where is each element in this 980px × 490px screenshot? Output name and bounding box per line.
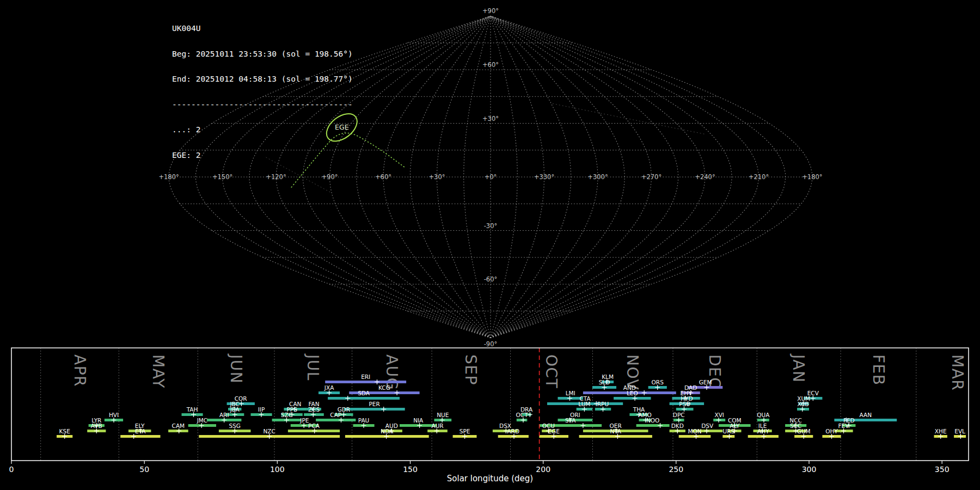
skymap-lon-label: +240° [695,173,715,181]
shower-label: SPE [460,428,470,434]
shower-label: DKD [671,422,684,429]
shower-label: XVI [714,412,724,418]
shower-label: ARD [507,428,519,434]
shower-label: DSV [701,422,714,429]
shower-label: DPC [673,412,685,418]
shower-bar [316,419,356,421]
month-label: JUN [227,353,245,384]
shower-peak-marker [94,428,99,433]
shower-label: NUE [437,412,449,418]
x-tick-label: 150 [403,465,418,474]
shower-peak-marker [311,412,316,417]
shower-label: NTA [610,428,621,434]
shower-label: PAU [358,417,370,424]
shower-label: CAP [330,412,341,418]
shower-peak-marker [327,390,332,395]
shower-bar [344,408,405,411]
shower-peak-marker [958,434,963,439]
activity-timeline: APRMAYJUNJULAUGSEPOCTNOVDECJANFEBMARERIK… [9,348,969,483]
shower-peak-marker [811,396,816,401]
skymap-lon-label: +0° [485,173,497,181]
shower-peak-marker [232,428,237,433]
shower-peak-marker [267,434,272,439]
x-tick-label: 0 [9,465,14,474]
begin-time-line: Beg: 20251011 23:53:30 (sol = 198.56°) [172,50,353,59]
x-tick-label: 250 [669,465,683,474]
shower-peak-marker [339,418,344,422]
shower-label: JXA [324,384,334,391]
shower-label: IIP [258,406,265,413]
shower-peak-marker [658,423,663,428]
shower-peak-marker [417,423,422,428]
shower-peak-marker [62,434,67,439]
shower-peak-marker [259,412,264,417]
shower-peak-marker [284,418,289,422]
skymap-lat-label: +60° [482,61,499,69]
skymap-lat-label: +30° [482,115,499,122]
shower-label: LEO [627,390,638,396]
shower-peak-marker [191,412,196,417]
shower-peak-marker [727,434,732,439]
shower-label: XCB [798,401,809,407]
month-label: FEB [869,354,887,386]
shower-peak-marker [131,434,136,439]
shower-bar [325,381,406,383]
shower-peak-marker [512,434,517,439]
shower-label: PSU [679,401,690,407]
shower-label: JPE [299,417,309,424]
skymap-lon-label: +270° [641,173,661,181]
shower-peak-marker [642,390,647,395]
x-tick-label: 300 [802,465,817,474]
shower-peak-marker [694,434,699,439]
skymap-lon-label: +180° [802,173,822,181]
shower-peak-marker [199,423,204,428]
radiant-and-activity-chart: EGE+180°+150°+120°+90°+60°+30°+0°+330°+3… [0,0,980,490]
shower-label: AUR [432,422,444,429]
shower-peak-marker [801,434,806,439]
shower-peak-marker [341,412,346,417]
shower-peak-marker [395,390,400,395]
shower-label: SLD [599,379,610,385]
skymap-lon-label: +30° [428,173,445,181]
shower-peak-marker [675,428,680,433]
skymap-lat-label: +90° [482,7,499,15]
shower-label: NZC [264,428,275,434]
shower-label: GEM [699,379,712,385]
shower-peak-marker [302,423,307,428]
shower-peak-marker [601,407,605,412]
shower-label: NOO [646,417,659,424]
shower-peak-marker [176,428,181,433]
shower-label: ERI [361,373,370,380]
skymap-lat-label: -90° [484,340,498,348]
observation-info: UK004U Beg: 20251011 23:53:30 (sol = 198… [172,8,353,176]
shower-peak-marker [633,396,638,401]
month-label: SEP [462,354,480,385]
shower-peak-marker [239,401,244,406]
shower-peak-marker [615,434,620,439]
shower-label: NDA [381,428,394,434]
skymap-lon-label: +210° [749,173,769,181]
shower-label: ARI [219,412,229,418]
count-sporadic-line: ...: 2 [172,126,353,134]
shower-label: JEA [230,406,240,413]
shower-peak-marker [762,418,767,422]
shower-peak-marker [345,396,350,401]
shower-label: STA [565,417,576,424]
shower-label: GUM [797,428,811,434]
shower-peak-marker [552,434,556,439]
station-id: UK004U [172,24,353,33]
shower-peak-marker [580,423,585,428]
shower-label: MON [688,428,701,434]
shower-label: ETA [135,428,146,434]
skymap-lat-label: -30° [484,222,498,230]
shower-label: EVL [954,428,965,434]
shower-label: QUA [757,412,770,418]
radiant-plot-page: UK004U Beg: 20251011 23:53:30 (sol = 198… [0,0,980,490]
x-tick-label: 200 [536,465,550,474]
shower-bar [614,397,651,400]
shower-bar [636,424,670,427]
shower-label: SDA [358,390,370,396]
meteor-trail [553,103,705,134]
month-label: MAY [149,354,167,389]
shower-peak-marker [676,418,681,422]
